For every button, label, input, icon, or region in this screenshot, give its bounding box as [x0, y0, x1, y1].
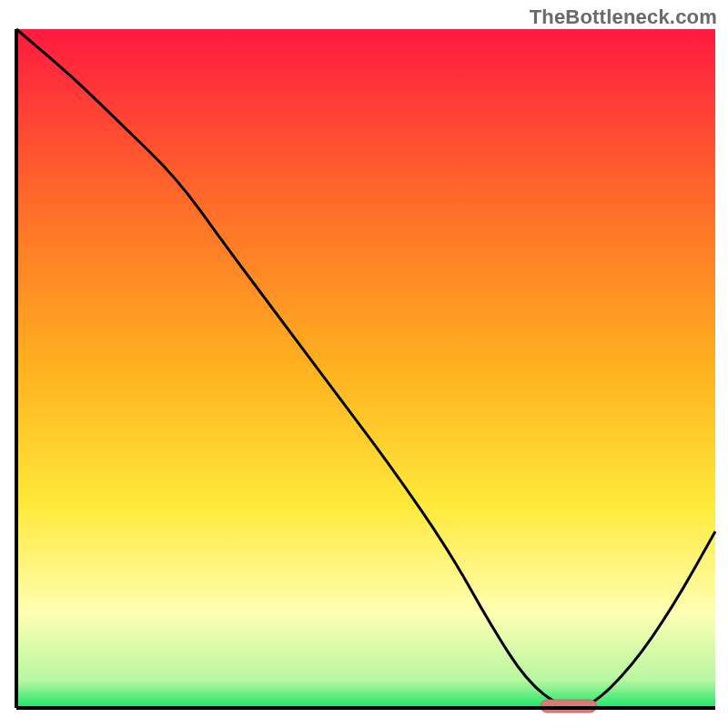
- plot-background: [16, 29, 715, 708]
- bottleneck-chart: [0, 0, 728, 728]
- chart-container: { "watermark": "TheBottleneck.com", "col…: [0, 0, 728, 728]
